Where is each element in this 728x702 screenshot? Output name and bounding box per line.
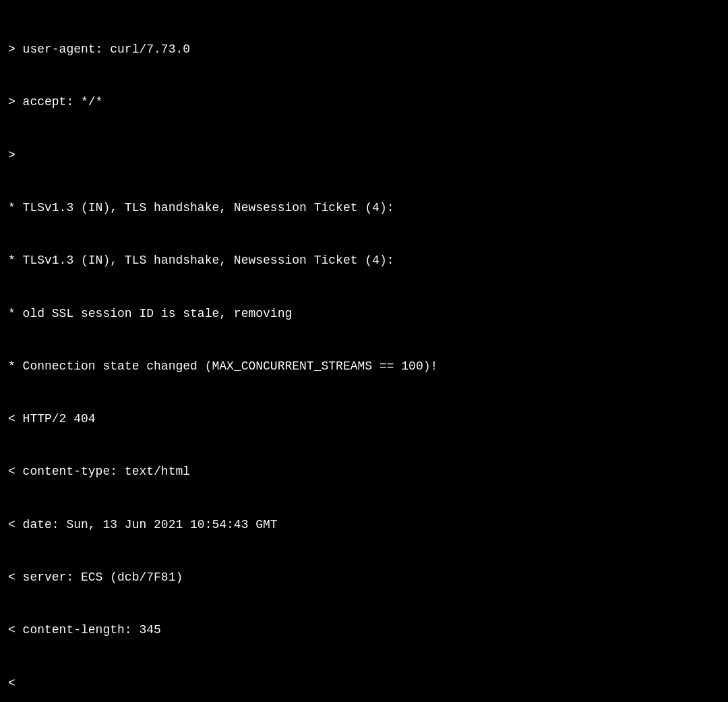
- terminal-line-12: < content-length: 345: [8, 621, 720, 639]
- terminal-line-7: * Connection state changed (MAX_CONCURRE…: [8, 357, 720, 375]
- terminal-line-6: * old SSL session ID is stale, removing: [8, 305, 720, 322]
- terminal-line-5: * TLSv1.3 (IN), TLS handshake, Newsessio…: [8, 252, 720, 269]
- terminal-line-3: >: [8, 146, 720, 164]
- terminal-line-9: < content-type: text/html: [8, 463, 720, 480]
- terminal-output: > user-agent: curl/7.73.0 > accept: */* …: [8, 5, 720, 702]
- terminal-line-2: > accept: */*: [8, 93, 720, 111]
- terminal-line-8: < HTTP/2 404: [8, 410, 720, 428]
- terminal-line-1: > user-agent: curl/7.73.0: [8, 40, 720, 58]
- terminal-line-10: < date: Sun, 13 Jun 2021 10:54:43 GMT: [8, 516, 720, 533]
- terminal-line-13: <: [8, 674, 720, 692]
- terminal-line-4: * TLSv1.3 (IN), TLS handshake, Newsessio…: [8, 199, 720, 216]
- terminal-line-11: < server: ECS (dcb/7F81): [8, 568, 720, 586]
